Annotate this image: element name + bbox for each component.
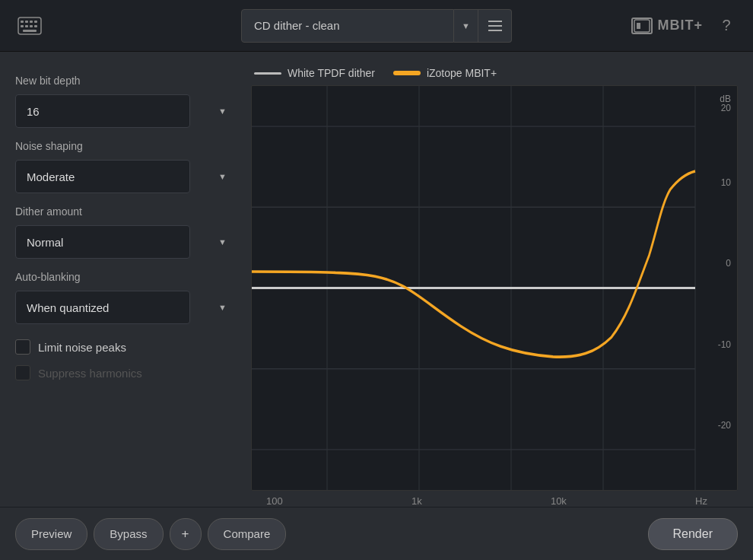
noise-shaping-label: Noise shaping [15, 140, 236, 152]
auto-blanking-select[interactable]: Never When quantized Always [15, 291, 190, 324]
svg-rect-3 [30, 21, 33, 23]
db-0-label: 0 [726, 258, 731, 269]
legend-izotope-label: iZotope MBIT+ [427, 67, 497, 79]
bottom-bar: Preview Bypass + Compare Render [0, 507, 753, 560]
auto-blanking-label: Auto-blanking [15, 271, 236, 283]
noise-shaping-dropdown-wrap[interactable]: None Low Moderate High ▼ [15, 160, 236, 193]
hamburger-icon [488, 21, 502, 31]
auto-blanking-dropdown-wrap[interactable]: Never When quantized Always ▼ [15, 291, 236, 324]
svg-rect-8 [34, 25, 37, 27]
legend-white-label: White TPDF dither [288, 67, 375, 79]
dither-amount-label: Dither amount [15, 205, 236, 218]
mbit-logo-text: MBIT+ [657, 18, 703, 33]
svg-rect-2 [25, 21, 28, 23]
limit-noise-peaks-label: Limit noise peaks [38, 341, 126, 354]
suppress-harmonics-row: Suppress harmonics [15, 365, 236, 380]
x-label-100: 100 [266, 495, 283, 507]
bottom-left-controls: Preview Bypass + Compare [15, 518, 286, 550]
db-10-label: 10 [721, 177, 731, 188]
preset-dropdown[interactable]: CD dither - clean [241, 9, 454, 43]
bit-depth-arrow-icon: ▼ [218, 107, 227, 116]
top-bar-right: MBIT+ ? [631, 17, 738, 34]
x-label-10k: 10k [551, 495, 567, 507]
preset-selector[interactable]: CD dither - clean ▼ [241, 9, 512, 43]
dither-amount-select[interactable]: None Low Normal High [15, 225, 190, 259]
dither-amount-dropdown-wrap[interactable]: None Low Normal High ▼ [15, 225, 236, 259]
bit-depth-dropdown-wrap[interactable]: 16 24 32 ▼ [15, 94, 236, 128]
x-label-hz: Hz [695, 495, 707, 507]
plus-button[interactable]: + [170, 518, 202, 550]
svg-rect-4 [34, 21, 37, 23]
render-button[interactable]: Render [648, 518, 738, 550]
top-bar-left [15, 11, 44, 40]
limit-noise-peaks-row: Limit noise peaks [15, 339, 236, 355]
chart-panel: White TPDF dither iZotope MBIT+ dB 20 10… [251, 67, 738, 507]
x-label-1k: 1k [411, 495, 422, 507]
preset-arrow-icon: ▼ [454, 9, 478, 43]
legend-white-tpdf: White TPDF dither [254, 67, 375, 79]
bit-depth-select[interactable]: 16 24 32 [15, 94, 190, 128]
svg-rect-1 [21, 21, 24, 23]
suppress-harmonics-label: Suppress harmonics [38, 367, 142, 380]
svg-rect-12 [637, 23, 640, 29]
frequency-chart: dB 20 10 0 -10 -20 [251, 85, 738, 491]
bypass-button[interactable]: Bypass [94, 518, 163, 550]
suppress-harmonics-checkbox[interactable] [15, 365, 30, 380]
dither-amount-arrow-icon: ▼ [218, 237, 227, 247]
menu-button[interactable] [478, 9, 512, 43]
compare-button[interactable]: Compare [208, 518, 287, 550]
top-bar: CD dither - clean ▼ MBIT+ ? [0, 0, 753, 52]
db-minus20-label: -20 [718, 420, 731, 431]
db-minus10-label: -10 [718, 339, 731, 350]
main-content: New bit depth 16 24 32 ▼ Noise shaping N… [0, 52, 753, 507]
svg-rect-7 [30, 25, 33, 27]
keyboard-icon [15, 11, 44, 40]
help-button[interactable]: ? [715, 17, 738, 34]
legend-izotope: iZotope MBIT+ [393, 67, 497, 79]
db-20-label: 20 [721, 103, 731, 113]
left-panel: New bit depth 16 24 32 ▼ Noise shaping N… [15, 67, 236, 507]
legend-orange-line [393, 71, 421, 75]
bit-depth-label: New bit depth [15, 75, 236, 87]
svg-rect-9 [23, 30, 37, 32]
chart-svg [252, 86, 737, 490]
mbit-logo: MBIT+ [631, 18, 703, 34]
chart-legend: White TPDF dither iZotope MBIT+ [251, 67, 738, 79]
legend-white-line [254, 72, 281, 75]
noise-shaping-select[interactable]: None Low Moderate High [15, 160, 190, 193]
preview-button[interactable]: Preview [15, 518, 87, 550]
chart-x-labels: 100 1k 10k Hz [251, 491, 738, 507]
svg-rect-5 [21, 25, 24, 27]
auto-blanking-arrow-icon: ▼ [218, 303, 227, 312]
limit-noise-peaks-checkbox[interactable] [15, 339, 30, 355]
noise-shaping-arrow-icon: ▼ [218, 172, 227, 181]
mbit-logo-icon [631, 18, 653, 34]
svg-rect-6 [25, 25, 28, 27]
